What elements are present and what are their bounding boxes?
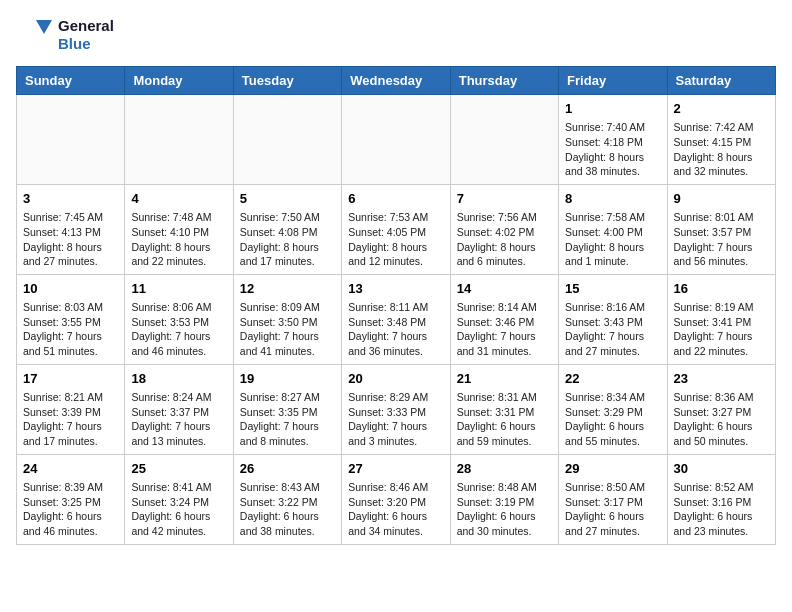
calendar-cell: 20Sunrise: 8:29 AMSunset: 3:33 PMDayligh… (342, 364, 450, 454)
day-number: 14 (457, 280, 552, 298)
day-number: 24 (23, 460, 118, 478)
calendar-cell (342, 95, 450, 185)
week-row-1: 1Sunrise: 7:40 AMSunset: 4:18 PMDaylight… (17, 95, 776, 185)
logo-general: General (58, 17, 114, 35)
calendar-cell: 18Sunrise: 8:24 AMSunset: 3:37 PMDayligh… (125, 364, 233, 454)
day-number: 10 (23, 280, 118, 298)
day-info: Sunrise: 7:53 AMSunset: 4:05 PMDaylight:… (348, 210, 443, 269)
page-header: GeneralBlue (16, 16, 776, 54)
calendar-cell: 30Sunrise: 8:52 AMSunset: 3:16 PMDayligh… (667, 454, 775, 544)
week-row-4: 17Sunrise: 8:21 AMSunset: 3:39 PMDayligh… (17, 364, 776, 454)
day-info: Sunrise: 7:45 AMSunset: 4:13 PMDaylight:… (23, 210, 118, 269)
day-info: Sunrise: 8:50 AMSunset: 3:17 PMDaylight:… (565, 480, 660, 539)
day-number: 11 (131, 280, 226, 298)
day-number: 28 (457, 460, 552, 478)
logo-blue: Blue (58, 35, 114, 53)
day-number: 23 (674, 370, 769, 388)
day-number: 13 (348, 280, 443, 298)
day-number: 8 (565, 190, 660, 208)
weekday-header-monday: Monday (125, 67, 233, 95)
day-number: 5 (240, 190, 335, 208)
calendar-cell: 13Sunrise: 8:11 AMSunset: 3:48 PMDayligh… (342, 274, 450, 364)
day-info: Sunrise: 8:34 AMSunset: 3:29 PMDaylight:… (565, 390, 660, 449)
calendar-cell: 26Sunrise: 8:43 AMSunset: 3:22 PMDayligh… (233, 454, 341, 544)
day-number: 2 (674, 100, 769, 118)
week-row-2: 3Sunrise: 7:45 AMSunset: 4:13 PMDaylight… (17, 184, 776, 274)
calendar: SundayMondayTuesdayWednesdayThursdayFrid… (16, 66, 776, 545)
day-number: 26 (240, 460, 335, 478)
day-info: Sunrise: 8:06 AMSunset: 3:53 PMDaylight:… (131, 300, 226, 359)
day-number: 30 (674, 460, 769, 478)
day-info: Sunrise: 7:56 AMSunset: 4:02 PMDaylight:… (457, 210, 552, 269)
day-info: Sunrise: 8:29 AMSunset: 3:33 PMDaylight:… (348, 390, 443, 449)
calendar-cell: 28Sunrise: 8:48 AMSunset: 3:19 PMDayligh… (450, 454, 558, 544)
day-info: Sunrise: 8:48 AMSunset: 3:19 PMDaylight:… (457, 480, 552, 539)
calendar-cell (233, 95, 341, 185)
logo-icon (16, 16, 54, 54)
calendar-cell: 27Sunrise: 8:46 AMSunset: 3:20 PMDayligh… (342, 454, 450, 544)
day-info: Sunrise: 7:50 AMSunset: 4:08 PMDaylight:… (240, 210, 335, 269)
weekday-header-friday: Friday (559, 67, 667, 95)
weekday-header-tuesday: Tuesday (233, 67, 341, 95)
day-number: 22 (565, 370, 660, 388)
day-number: 29 (565, 460, 660, 478)
calendar-cell (17, 95, 125, 185)
day-info: Sunrise: 8:16 AMSunset: 3:43 PMDaylight:… (565, 300, 660, 359)
day-number: 9 (674, 190, 769, 208)
calendar-cell: 29Sunrise: 8:50 AMSunset: 3:17 PMDayligh… (559, 454, 667, 544)
day-number: 15 (565, 280, 660, 298)
day-info: Sunrise: 8:24 AMSunset: 3:37 PMDaylight:… (131, 390, 226, 449)
day-info: Sunrise: 8:14 AMSunset: 3:46 PMDaylight:… (457, 300, 552, 359)
svg-marker-0 (36, 20, 52, 34)
day-info: Sunrise: 8:46 AMSunset: 3:20 PMDaylight:… (348, 480, 443, 539)
day-info: Sunrise: 8:01 AMSunset: 3:57 PMDaylight:… (674, 210, 769, 269)
calendar-cell: 25Sunrise: 8:41 AMSunset: 3:24 PMDayligh… (125, 454, 233, 544)
calendar-cell: 19Sunrise: 8:27 AMSunset: 3:35 PMDayligh… (233, 364, 341, 454)
day-number: 4 (131, 190, 226, 208)
calendar-cell: 1Sunrise: 7:40 AMSunset: 4:18 PMDaylight… (559, 95, 667, 185)
calendar-cell: 14Sunrise: 8:14 AMSunset: 3:46 PMDayligh… (450, 274, 558, 364)
day-number: 18 (131, 370, 226, 388)
day-number: 17 (23, 370, 118, 388)
day-info: Sunrise: 7:58 AMSunset: 4:00 PMDaylight:… (565, 210, 660, 269)
day-info: Sunrise: 8:09 AMSunset: 3:50 PMDaylight:… (240, 300, 335, 359)
calendar-cell: 23Sunrise: 8:36 AMSunset: 3:27 PMDayligh… (667, 364, 775, 454)
weekday-header-sunday: Sunday (17, 67, 125, 95)
calendar-cell: 9Sunrise: 8:01 AMSunset: 3:57 PMDaylight… (667, 184, 775, 274)
calendar-cell: 17Sunrise: 8:21 AMSunset: 3:39 PMDayligh… (17, 364, 125, 454)
calendar-cell: 21Sunrise: 8:31 AMSunset: 3:31 PMDayligh… (450, 364, 558, 454)
calendar-cell: 15Sunrise: 8:16 AMSunset: 3:43 PMDayligh… (559, 274, 667, 364)
day-info: Sunrise: 7:42 AMSunset: 4:15 PMDaylight:… (674, 120, 769, 179)
day-number: 27 (348, 460, 443, 478)
day-info: Sunrise: 8:27 AMSunset: 3:35 PMDaylight:… (240, 390, 335, 449)
calendar-cell: 8Sunrise: 7:58 AMSunset: 4:00 PMDaylight… (559, 184, 667, 274)
day-info: Sunrise: 8:11 AMSunset: 3:48 PMDaylight:… (348, 300, 443, 359)
calendar-cell: 12Sunrise: 8:09 AMSunset: 3:50 PMDayligh… (233, 274, 341, 364)
week-row-5: 24Sunrise: 8:39 AMSunset: 3:25 PMDayligh… (17, 454, 776, 544)
calendar-cell: 7Sunrise: 7:56 AMSunset: 4:02 PMDaylight… (450, 184, 558, 274)
week-row-3: 10Sunrise: 8:03 AMSunset: 3:55 PMDayligh… (17, 274, 776, 364)
weekday-header-thursday: Thursday (450, 67, 558, 95)
day-number: 12 (240, 280, 335, 298)
day-info: Sunrise: 8:39 AMSunset: 3:25 PMDaylight:… (23, 480, 118, 539)
calendar-cell: 5Sunrise: 7:50 AMSunset: 4:08 PMDaylight… (233, 184, 341, 274)
calendar-cell: 16Sunrise: 8:19 AMSunset: 3:41 PMDayligh… (667, 274, 775, 364)
day-info: Sunrise: 8:36 AMSunset: 3:27 PMDaylight:… (674, 390, 769, 449)
day-number: 6 (348, 190, 443, 208)
day-number: 3 (23, 190, 118, 208)
day-info: Sunrise: 8:43 AMSunset: 3:22 PMDaylight:… (240, 480, 335, 539)
calendar-cell: 10Sunrise: 8:03 AMSunset: 3:55 PMDayligh… (17, 274, 125, 364)
day-number: 21 (457, 370, 552, 388)
day-number: 16 (674, 280, 769, 298)
calendar-cell (125, 95, 233, 185)
day-info: Sunrise: 8:41 AMSunset: 3:24 PMDaylight:… (131, 480, 226, 539)
weekday-header-wednesday: Wednesday (342, 67, 450, 95)
calendar-cell: 2Sunrise: 7:42 AMSunset: 4:15 PMDaylight… (667, 95, 775, 185)
logo: GeneralBlue (16, 16, 114, 54)
day-number: 7 (457, 190, 552, 208)
day-number: 19 (240, 370, 335, 388)
day-info: Sunrise: 7:48 AMSunset: 4:10 PMDaylight:… (131, 210, 226, 269)
day-info: Sunrise: 7:40 AMSunset: 4:18 PMDaylight:… (565, 120, 660, 179)
calendar-header-row: SundayMondayTuesdayWednesdayThursdayFrid… (17, 67, 776, 95)
calendar-cell: 3Sunrise: 7:45 AMSunset: 4:13 PMDaylight… (17, 184, 125, 274)
